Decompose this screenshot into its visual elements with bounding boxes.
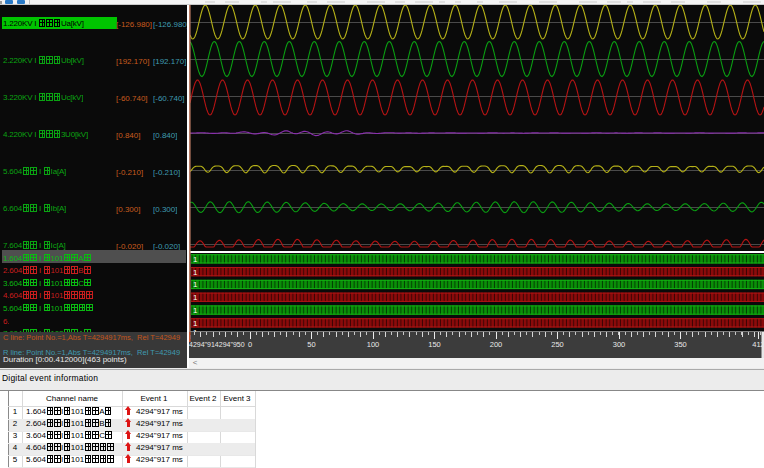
svg-text:0: 0 [248,340,252,349]
svg-text:1: 1 [193,293,198,302]
svg-text:250: 250 [551,340,564,349]
svg-text:50: 50 [307,340,315,349]
svg-text:1: 1 [193,280,198,289]
svg-text:4294"914294"950: 4294"914294"950 [189,341,245,348]
svg-text:200: 200 [490,340,503,349]
svg-text:100: 100 [367,340,380,349]
svg-text:1: 1 [193,319,198,328]
svg-text:1: 1 [193,306,198,315]
svg-text:350: 350 [674,340,687,349]
svg-text:150: 150 [428,340,441,349]
svg-text:300: 300 [613,340,626,349]
svg-text:1: 1 [193,268,198,277]
svg-text:1: 1 [193,255,198,264]
